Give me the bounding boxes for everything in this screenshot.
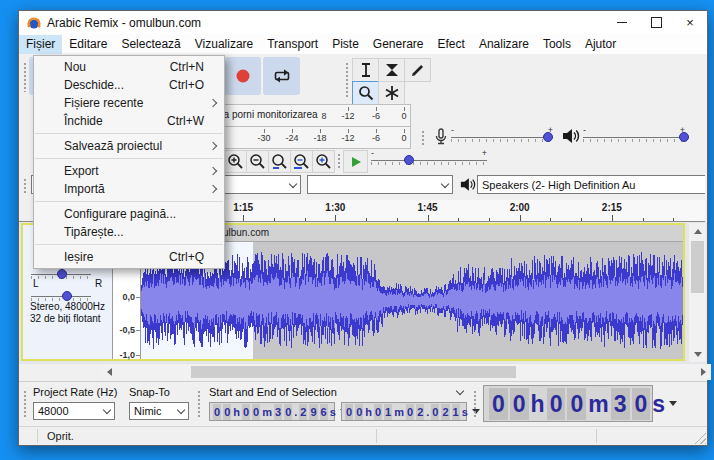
- zoom-out-button[interactable]: [246, 150, 269, 173]
- zoom-tool-button[interactable]: [352, 81, 379, 105]
- project-rate-dropdown[interactable]: 48000: [33, 402, 115, 420]
- meter-scale-label: 0: [401, 111, 406, 121]
- zoom-toggle-button[interactable]: [312, 150, 335, 173]
- playback-volume-speaker-icon: [562, 128, 580, 144]
- vertical-scroll-thumb[interactable]: [691, 241, 704, 293]
- selection-tool-button[interactable]: [352, 58, 379, 82]
- selection-range-label: Start and End of Selection: [209, 386, 337, 398]
- meter-scale-label: -6: [372, 133, 380, 143]
- menubar-item-fi-ier[interactable]: Fișier: [19, 35, 62, 54]
- recording-volume-track: [451, 137, 553, 138]
- multi-tool-button[interactable]: [378, 81, 405, 105]
- envelope-tool-icon: [384, 62, 400, 78]
- horizontal-scroll-thumb[interactable]: [191, 366, 516, 378]
- minimize-button[interactable]: [605, 11, 639, 34]
- playback-volume-ticks: [583, 139, 685, 142]
- playback-device-value: Speakers (2- High Definition Au: [482, 179, 635, 191]
- menubar-item-efect[interactable]: Efect: [431, 35, 472, 54]
- play-at-speed-button[interactable]: [343, 150, 368, 173]
- tools-toolbar-grip[interactable]: [345, 62, 349, 98]
- record-button[interactable]: [224, 57, 261, 95]
- resize-grip-icon[interactable]: [694, 432, 706, 444]
- menu-item-salveaz-proiectul[interactable]: Salvează proiectul: [34, 137, 224, 155]
- play-at-speed-grip[interactable]: [337, 153, 341, 169]
- time-toolbar-grip[interactable]: [473, 390, 477, 418]
- zoom-fit-button[interactable]: [290, 150, 313, 173]
- menu-item-configurare-pagin[interactable]: Configurare pagină...: [34, 205, 224, 223]
- timeline-label: 2:15: [602, 202, 622, 213]
- menu-item-nou[interactable]: NouCtrl+N: [34, 58, 224, 76]
- title-bar[interactable]: Arabic Remix - omulbun.com ×: [19, 11, 707, 34]
- play-speed-slider[interactable]: -+: [371, 149, 487, 171]
- menu-item-deschide[interactable]: Deschide...Ctrl+O: [34, 76, 224, 94]
- recording-volume-slider[interactable]: -+: [451, 126, 553, 148]
- menu-item-nchide[interactable]: ÎnchideCtrl+W: [34, 112, 224, 130]
- menu-item-tip-re-te[interactable]: Tipărește...: [34, 223, 224, 241]
- playback-volume-min-label: -: [583, 125, 586, 135]
- selection-range-chevron-icon[interactable]: [456, 387, 464, 395]
- menubar-item-piste[interactable]: Piste: [325, 35, 366, 54]
- timeline-major-tick: [612, 215, 613, 221]
- selection-tool-icon: [359, 62, 373, 78]
- close-button[interactable]: ×: [673, 11, 707, 34]
- vertical-scrollbar[interactable]: [689, 223, 706, 362]
- menubar-item-generare[interactable]: Generare: [366, 35, 431, 54]
- time-unit: s: [651, 388, 666, 420]
- timeline-minor-tick: [274, 218, 275, 221]
- envelope-tool-button[interactable]: [378, 58, 405, 82]
- draw-tool-button[interactable]: [404, 58, 431, 82]
- time-unit: s: [461, 404, 469, 420]
- loop-button[interactable]: [263, 57, 300, 95]
- vruler-tick: [136, 330, 140, 331]
- pan-thumb[interactable]: [62, 291, 72, 301]
- transport-toolbar-grip[interactable]: [23, 62, 27, 92]
- menu-item-fi-iere-recente[interactable]: Fișiere recente: [34, 94, 224, 112]
- selection-toolbar-grip[interactable]: [23, 390, 27, 418]
- menubar-item-transport[interactable]: Transport: [260, 35, 325, 54]
- time-digit: 0: [489, 388, 508, 420]
- recording-volume-thumb[interactable]: [543, 132, 553, 142]
- menubar-item-analizare[interactable]: Analizare: [472, 35, 536, 54]
- scroll-left-button[interactable]: [101, 364, 117, 380]
- playback-device-dropdown[interactable]: Speakers (2- High Definition Au: [477, 175, 705, 194]
- menu-item-label: Ieșire: [64, 250, 93, 264]
- time-field-dropdown-icon[interactable]: [669, 401, 677, 410]
- zoom-selection-button[interactable]: [268, 150, 291, 173]
- menu-item-ie-ire[interactable]: IeșireCtrl+Q: [34, 248, 224, 266]
- horizontal-scrollbar[interactable]: [101, 364, 711, 380]
- menu-item-export[interactable]: Export: [34, 162, 224, 180]
- mixer-toolbar-grip[interactable]: [421, 130, 425, 146]
- zoom-in-button[interactable]: [224, 150, 247, 173]
- zoom-tool-icon: [358, 85, 374, 101]
- arrow-down-icon: [694, 352, 702, 357]
- menubar-item-tools[interactable]: Tools: [536, 35, 578, 54]
- time-digit: 1: [452, 404, 460, 420]
- selection-end-field[interactable]: 00h01m02.021s: [341, 402, 467, 421]
- time-unit: m: [393, 404, 405, 420]
- playback-volume-slider[interactable]: -+: [583, 126, 685, 148]
- time-digit: 3: [611, 388, 630, 420]
- timeline-minor-tick: [643, 218, 644, 221]
- menubar-item-vizualizare[interactable]: Vizualizare: [188, 35, 260, 54]
- selection-toolbar: Project Rate (Hz) 48000 Snap-To Nimic St…: [19, 381, 707, 424]
- maximize-button[interactable]: [639, 11, 673, 34]
- selection-fields-grip[interactable]: [197, 390, 201, 418]
- device-toolbar-grip[interactable]: [23, 178, 27, 194]
- selection-start-field[interactable]: 00h00m30.296s: [209, 402, 335, 421]
- menubar-item-editare[interactable]: Editare: [62, 35, 114, 54]
- menu-item-import[interactable]: Importă: [34, 180, 224, 198]
- window-title: Arabic Remix - omulbun.com: [47, 16, 201, 30]
- microphone-icon: [434, 128, 448, 146]
- menubar-item-ajutor[interactable]: Ajutor: [578, 35, 623, 54]
- time-unit: h: [232, 404, 241, 420]
- menubar-item-selecteaz[interactable]: Selectează: [114, 35, 187, 54]
- status-divider: [376, 429, 377, 443]
- scroll-up-button[interactable]: [689, 223, 706, 239]
- snap-to-dropdown[interactable]: Nimic: [129, 402, 189, 420]
- playback-volume-thumb[interactable]: [679, 132, 689, 142]
- meter-scale-label: 0: [401, 133, 406, 143]
- audio-position-display[interactable]: 00h00m30s: [483, 385, 653, 422]
- scroll-right-button[interactable]: [695, 364, 711, 380]
- recording-channels-dropdown[interactable]: [307, 175, 453, 194]
- scroll-down-button[interactable]: [689, 346, 706, 362]
